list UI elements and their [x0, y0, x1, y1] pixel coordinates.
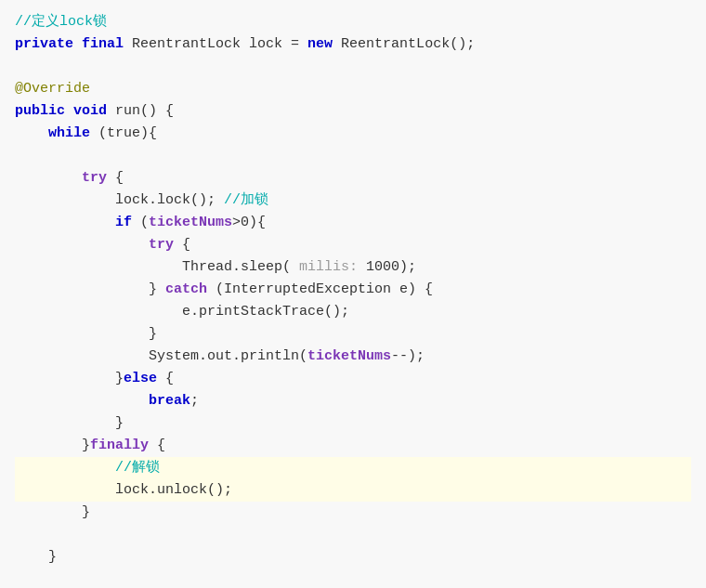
- line-26: [15, 568, 691, 588]
- comment-define-lock: //定义lock锁: [15, 14, 107, 30]
- kw-catch: catch: [165, 281, 207, 297]
- line-1: //定义lock锁: [15, 11, 691, 33]
- param-hint-millis: millis:: [291, 259, 358, 275]
- line-17: }else {: [15, 368, 691, 390]
- ticketnums-var-2: ticketNums: [307, 348, 391, 364]
- kw-public: public: [15, 103, 65, 119]
- line-21: //解锁: [15, 457, 691, 479]
- kw-final: final: [82, 36, 124, 52]
- line-20: }finally {: [15, 435, 691, 457]
- line-5: public void run() {: [15, 100, 691, 123]
- line-16: System.out.println(ticketNums--);: [15, 346, 691, 368]
- kw-new: new: [307, 36, 333, 52]
- comment-lock: //加锁: [224, 192, 268, 208]
- line-7: [15, 145, 691, 167]
- line-3: [15, 56, 691, 78]
- line-24: [15, 524, 691, 546]
- line-23: }: [15, 502, 691, 524]
- annotation-override: @Override: [15, 81, 90, 97]
- kw-if: if: [115, 215, 132, 230]
- kw-else: else: [124, 371, 157, 386]
- line-19: }: [15, 412, 691, 435]
- kw-break: break: [149, 393, 190, 409]
- kw-finally: finally: [90, 438, 149, 453]
- code-container: //定义lock锁 private final ReentrantLock lo…: [0, 0, 706, 588]
- line-15: }: [15, 323, 691, 346]
- line-4: @Override: [15, 78, 691, 100]
- comment-unlock: //解锁: [115, 460, 160, 476]
- line-10: if (ticketNums>0){: [15, 212, 691, 234]
- kw-private: private: [15, 36, 73, 52]
- line-18: break;: [15, 390, 691, 412]
- line-12: Thread.sleep( millis: 1000);: [15, 256, 691, 279]
- line-14: e.printStackTrace();: [15, 301, 691, 323]
- kw-void: void: [73, 103, 107, 119]
- line-13: } catch (InterruptedException e) {: [15, 279, 691, 301]
- kw-try-2: try: [149, 237, 174, 253]
- line-25: }: [15, 546, 691, 568]
- line-11: try {: [15, 234, 691, 256]
- ticketnums-var: ticketNums: [149, 215, 232, 230]
- line-9: lock.lock(); //加锁: [15, 189, 691, 212]
- line-22: lock.unlock();: [15, 479, 691, 502]
- kw-try-1: try: [82, 170, 107, 186]
- line-2: private final ReentrantLock lock = new R…: [15, 33, 691, 56]
- line-8: try {: [15, 167, 691, 189]
- line-6: while (true){: [15, 123, 691, 145]
- kw-while: while: [48, 125, 90, 141]
